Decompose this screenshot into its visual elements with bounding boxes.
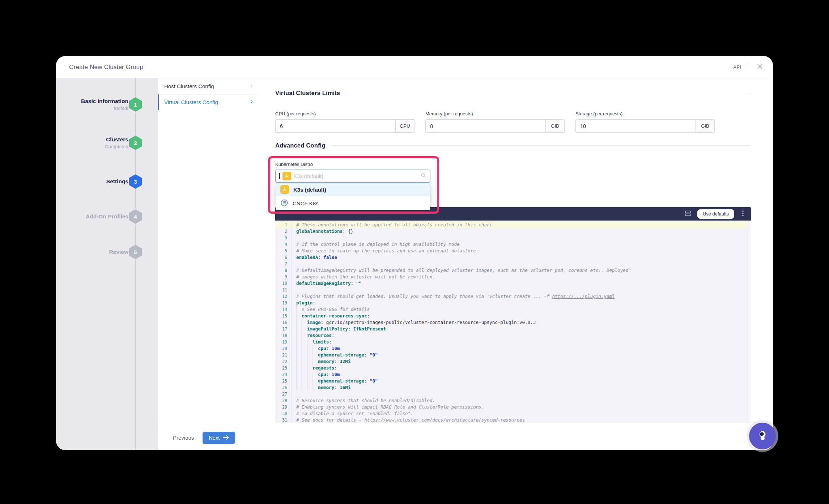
line-number: 6 bbox=[275, 254, 292, 261]
help-floating-button[interactable] bbox=[749, 423, 776, 449]
step-number-badge: 4 bbox=[129, 209, 142, 224]
code-line: 10defaultImageRegistry: "" bbox=[275, 280, 751, 287]
memory-per-requests-input[interactable] bbox=[426, 120, 545, 132]
line-number: 13 bbox=[275, 300, 292, 306]
code-text: enableHA: false bbox=[292, 254, 337, 261]
indent-guide bbox=[307, 352, 313, 358]
indent-guide bbox=[302, 339, 307, 345]
distro-option-cncf-k8s[interactable]: CNCF K8s bbox=[276, 196, 430, 210]
step-labels: Settings bbox=[59, 178, 128, 185]
step-label: Review bbox=[59, 249, 128, 255]
code-text: # DefaultImageRegistry will be prepended… bbox=[292, 267, 628, 274]
code-text: # See docs for details - https://www.vcl… bbox=[292, 417, 525, 423]
code-text: # images within the vcluster will not be… bbox=[292, 274, 435, 280]
wizard-footer: Previous Next bbox=[158, 425, 773, 450]
line-number: 9 bbox=[275, 274, 292, 280]
editor-scrollbar[interactable] bbox=[748, 221, 751, 423]
modal-title: Create New Cluster Group bbox=[69, 64, 143, 71]
code-line: 20cpu: 10m bbox=[275, 345, 751, 352]
field-cpu-per-requests: CPU (per requests)CPU bbox=[275, 111, 414, 133]
code-text bbox=[292, 287, 296, 293]
indent-guide bbox=[307, 358, 313, 365]
code-line: 12# Plugins that should get loaded. Usua… bbox=[275, 293, 751, 300]
indent-guide bbox=[296, 365, 302, 371]
indent-guide bbox=[307, 384, 313, 391]
indent-guide bbox=[302, 345, 307, 352]
kubernetes-distro-label: Kubernetes Distro bbox=[275, 162, 430, 167]
line-number: 21 bbox=[275, 352, 292, 358]
code-line: 1# These annotations will be applied to … bbox=[275, 222, 751, 228]
step-number-badge: 1 bbox=[129, 97, 142, 112]
code-area[interactable]: 1# These annotations will be applied to … bbox=[275, 221, 751, 423]
line-number: 2 bbox=[275, 228, 292, 235]
code-line: 26memory: 16Mi bbox=[275, 384, 751, 391]
code-line: 29# Enabling syncers will impact RBAC Ro… bbox=[275, 404, 751, 410]
code-text: memory: 32Mi bbox=[292, 358, 350, 365]
astronaut-icon bbox=[756, 429, 769, 443]
cpu-per-requests-input[interactable] bbox=[276, 120, 395, 132]
search-icon bbox=[421, 172, 426, 180]
indent-guide bbox=[302, 332, 307, 339]
header-divider bbox=[749, 63, 749, 72]
diff-view-button[interactable] bbox=[684, 210, 692, 218]
menu-item-label: Host Clusters Config bbox=[164, 83, 249, 89]
line-number: 19 bbox=[275, 339, 292, 345]
line-number: 11 bbox=[275, 287, 292, 293]
indent-guide bbox=[313, 358, 318, 365]
unit-suffix: GiB bbox=[696, 120, 714, 132]
sidebar-step-basic-information[interactable]: Basic Informationfddfsdf1 bbox=[56, 97, 158, 112]
code-line: 11 bbox=[275, 287, 751, 293]
code-text bbox=[292, 235, 296, 241]
indent-guide bbox=[313, 345, 318, 352]
indent-guide bbox=[302, 326, 307, 332]
distro-option-k3s-default[interactable]: K3s (default) bbox=[276, 183, 430, 196]
menu-item-host-clusters-config[interactable]: Host Clusters Config bbox=[158, 78, 259, 94]
step-sublabel: Completed bbox=[59, 144, 128, 149]
code-line: 9# images within the vcluster will not b… bbox=[275, 274, 751, 280]
editor-menu-button[interactable] bbox=[740, 210, 746, 218]
code-text: defaultImageRegistry: "" bbox=[292, 280, 362, 287]
line-number: 7 bbox=[275, 261, 292, 267]
storage-per-requests-input[interactable] bbox=[576, 120, 696, 132]
line-number: 15 bbox=[275, 313, 292, 319]
indent-guide bbox=[307, 371, 313, 378]
sidebar-step-settings[interactable]: Settings3 bbox=[56, 174, 158, 189]
code-text: # Make sure to scale up the replicas and… bbox=[292, 248, 476, 254]
limits-section-header: Virtual Clusters Limits bbox=[275, 90, 751, 97]
line-number: 20 bbox=[275, 345, 292, 352]
code-line: 2globalAnnotations: {} bbox=[275, 228, 751, 235]
indent-guide bbox=[296, 332, 302, 339]
field-label: Storage (per requests) bbox=[575, 111, 715, 116]
indent-guide bbox=[296, 378, 302, 384]
indent-guide bbox=[296, 306, 302, 313]
step-number-badge: 2 bbox=[129, 136, 142, 150]
indent-guide bbox=[296, 345, 302, 352]
kubernetes-icon bbox=[280, 199, 288, 208]
code-text: # Plugins that should get loaded. Usuall… bbox=[292, 293, 617, 300]
indent-guide bbox=[313, 371, 318, 378]
sidebar-step-add-on-profiles[interactable]: Add-On Profiles4 bbox=[56, 209, 158, 224]
input-group: GiB bbox=[425, 119, 565, 133]
api-button[interactable]: API bbox=[733, 64, 741, 70]
step-label: Basic Information bbox=[59, 98, 128, 104]
sidebar-step-review[interactable]: Review5 bbox=[56, 244, 158, 260]
code-line: 14# See PPD-866 for details bbox=[275, 306, 751, 313]
indent-guide bbox=[307, 378, 313, 384]
distro-option-label: K3s (default) bbox=[293, 187, 326, 193]
close-button[interactable] bbox=[756, 63, 764, 71]
code-line: 4# If the control plane is deployed in h… bbox=[275, 241, 751, 248]
line-number: 12 bbox=[275, 293, 292, 300]
kubernetes-distro-select[interactable] bbox=[275, 170, 430, 183]
menu-item-virtual-clusters-config[interactable]: Virtual Clusters Config bbox=[158, 94, 259, 110]
sidebar-step-clusters[interactable]: ClustersCompleted2 bbox=[56, 135, 158, 150]
indent-guide bbox=[296, 384, 302, 391]
line-number: 23 bbox=[275, 365, 292, 371]
distro-search-input[interactable] bbox=[294, 173, 418, 179]
indent-guide bbox=[296, 326, 302, 332]
code-text: # Enabling syncers will impact RBAC Role… bbox=[292, 404, 484, 410]
previous-button[interactable]: Previous bbox=[173, 435, 194, 441]
code-line: 21ephemeral-storage: "0" bbox=[275, 352, 751, 358]
use-defaults-button[interactable]: Use defaults bbox=[697, 209, 734, 219]
next-button[interactable]: Next bbox=[203, 432, 235, 444]
code-line: 13plugin: bbox=[275, 300, 751, 306]
